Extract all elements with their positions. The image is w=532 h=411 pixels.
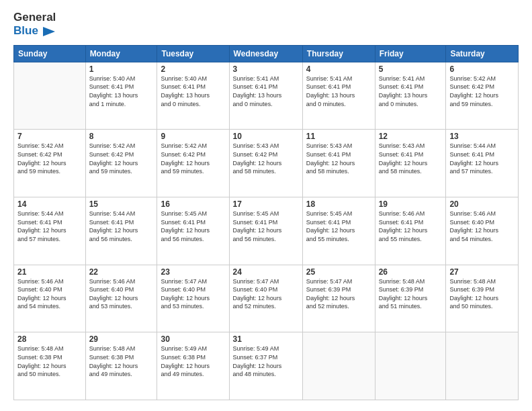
- logo: General Blue: [13, 11, 56, 38]
- calendar-cell: 10Sunrise: 5:43 AMSunset: 6:42 PMDayligh…: [229, 130, 302, 197]
- day-info: Sunrise: 5:48 AMSunset: 6:38 PMDaylight:…: [89, 345, 154, 378]
- calendar-cell: 11Sunrise: 5:43 AMSunset: 6:41 PMDayligh…: [302, 130, 375, 197]
- calendar-cell: 19Sunrise: 5:46 AMSunset: 6:41 PMDayligh…: [375, 197, 446, 265]
- day-number: 15: [89, 199, 154, 209]
- day-number: 6: [449, 64, 515, 74]
- day-number: 30: [161, 334, 225, 344]
- day-info: Sunrise: 5:42 AMSunset: 6:42 PMDaylight:…: [17, 142, 82, 175]
- calendar-cell: 8Sunrise: 5:42 AMSunset: 6:42 PMDaylight…: [85, 130, 157, 197]
- calendar-cell: 16Sunrise: 5:45 AMSunset: 6:41 PMDayligh…: [157, 197, 229, 265]
- day-info: Sunrise: 5:46 AMSunset: 6:40 PMDaylight:…: [89, 277, 154, 311]
- day-number: 23: [161, 267, 225, 277]
- week-row-4: 21Sunrise: 5:46 AMSunset: 6:40 PMDayligh…: [14, 265, 519, 332]
- calendar-cell: [14, 62, 86, 130]
- calendar-cell: 15Sunrise: 5:44 AMSunset: 6:41 PMDayligh…: [85, 197, 157, 265]
- day-info: Sunrise: 5:43 AMSunset: 6:42 PMDaylight:…: [233, 142, 299, 175]
- day-info: Sunrise: 5:45 AMSunset: 6:41 PMDaylight:…: [306, 210, 371, 243]
- day-number: 20: [449, 199, 515, 209]
- day-number: 13: [449, 132, 515, 141]
- weekday-sunday: Sunday: [14, 45, 86, 62]
- day-info: Sunrise: 5:41 AMSunset: 6:41 PMDaylight:…: [233, 75, 299, 108]
- logo-general: General: [13, 11, 56, 24]
- day-info: Sunrise: 5:40 AMSunset: 6:41 PMDaylight:…: [89, 75, 154, 108]
- calendar-table: SundayMondayTuesdayWednesdayThursdayFrid…: [13, 45, 519, 400]
- day-info: Sunrise: 5:41 AMSunset: 6:41 PMDaylight:…: [379, 75, 443, 108]
- day-info: Sunrise: 5:46 AMSunset: 6:40 PMDaylight:…: [449, 210, 515, 243]
- weekday-monday: Monday: [85, 45, 157, 62]
- day-number: 25: [306, 267, 371, 277]
- calendar-cell: 7Sunrise: 5:42 AMSunset: 6:42 PMDaylight…: [14, 130, 86, 197]
- calendar-cell: 4Sunrise: 5:41 AMSunset: 6:41 PMDaylight…: [302, 62, 375, 130]
- day-info: Sunrise: 5:46 AMSunset: 6:41 PMDaylight:…: [379, 210, 443, 243]
- calendar-cell: [446, 332, 519, 400]
- day-number: 18: [306, 199, 371, 209]
- day-info: Sunrise: 5:42 AMSunset: 6:42 PMDaylight:…: [449, 75, 515, 108]
- day-number: 14: [17, 199, 82, 209]
- day-number: 22: [89, 267, 154, 277]
- calendar-cell: 23Sunrise: 5:47 AMSunset: 6:40 PMDayligh…: [157, 265, 229, 332]
- day-info: Sunrise: 5:40 AMSunset: 6:41 PMDaylight:…: [161, 75, 225, 108]
- day-info: Sunrise: 5:43 AMSunset: 6:41 PMDaylight:…: [379, 142, 443, 175]
- calendar-cell: 24Sunrise: 5:47 AMSunset: 6:40 PMDayligh…: [229, 265, 302, 332]
- calendar-cell: 25Sunrise: 5:47 AMSunset: 6:39 PMDayligh…: [302, 265, 375, 332]
- day-info: Sunrise: 5:41 AMSunset: 6:41 PMDaylight:…: [306, 75, 371, 108]
- calendar-cell: 1Sunrise: 5:40 AMSunset: 6:41 PMDaylight…: [85, 62, 157, 130]
- day-info: Sunrise: 5:44 AMSunset: 6:41 PMDaylight:…: [89, 210, 154, 243]
- calendar-cell: 21Sunrise: 5:46 AMSunset: 6:40 PMDayligh…: [14, 265, 86, 332]
- svg-marker-0: [43, 27, 55, 36]
- day-number: 29: [89, 334, 154, 344]
- day-number: 16: [161, 199, 225, 209]
- day-number: 1: [89, 64, 154, 74]
- weekday-thursday: Thursday: [302, 45, 375, 62]
- day-info: Sunrise: 5:47 AMSunset: 6:39 PMDaylight:…: [306, 277, 371, 311]
- weekday-header-row: SundayMondayTuesdayWednesdayThursdayFrid…: [14, 45, 519, 62]
- calendar-cell: 22Sunrise: 5:46 AMSunset: 6:40 PMDayligh…: [85, 265, 157, 332]
- day-info: Sunrise: 5:42 AMSunset: 6:42 PMDaylight:…: [161, 142, 225, 175]
- calendar-cell: [302, 332, 375, 400]
- day-number: 19: [379, 199, 443, 209]
- calendar-cell: 3Sunrise: 5:41 AMSunset: 6:41 PMDaylight…: [229, 62, 302, 130]
- calendar-cell: 13Sunrise: 5:44 AMSunset: 6:41 PMDayligh…: [446, 130, 519, 197]
- calendar-cell: 12Sunrise: 5:43 AMSunset: 6:41 PMDayligh…: [375, 130, 446, 197]
- calendar-cell: 2Sunrise: 5:40 AMSunset: 6:41 PMDaylight…: [157, 62, 229, 130]
- day-number: 10: [233, 132, 299, 141]
- day-number: 11: [306, 132, 371, 141]
- calendar-cell: 6Sunrise: 5:42 AMSunset: 6:42 PMDaylight…: [446, 62, 519, 130]
- calendar-cell: 14Sunrise: 5:44 AMSunset: 6:41 PMDayligh…: [14, 197, 86, 265]
- day-number: 9: [161, 132, 225, 141]
- day-number: 7: [17, 132, 82, 141]
- week-row-1: 1Sunrise: 5:40 AMSunset: 6:41 PMDaylight…: [14, 62, 519, 130]
- day-number: 12: [379, 132, 443, 141]
- day-info: Sunrise: 5:43 AMSunset: 6:41 PMDaylight:…: [306, 142, 371, 175]
- calendar-cell: 26Sunrise: 5:48 AMSunset: 6:39 PMDayligh…: [375, 265, 446, 332]
- day-number: 28: [17, 334, 82, 344]
- day-info: Sunrise: 5:48 AMSunset: 6:39 PMDaylight:…: [379, 277, 443, 311]
- day-number: 27: [449, 267, 515, 277]
- calendar-cell: 30Sunrise: 5:49 AMSunset: 6:38 PMDayligh…: [157, 332, 229, 400]
- day-info: Sunrise: 5:44 AMSunset: 6:41 PMDaylight:…: [449, 142, 515, 175]
- logo-blue: Blue: [13, 24, 56, 38]
- calendar-cell: [375, 332, 446, 400]
- week-row-5: 28Sunrise: 5:48 AMSunset: 6:38 PMDayligh…: [14, 332, 519, 400]
- logo-arrow-icon: [43, 27, 55, 36]
- day-info: Sunrise: 5:45 AMSunset: 6:41 PMDaylight:…: [161, 210, 225, 243]
- day-info: Sunrise: 5:49 AMSunset: 6:37 PMDaylight:…: [233, 345, 299, 378]
- page-header: General Blue: [13, 11, 519, 38]
- day-number: 8: [89, 132, 154, 141]
- day-info: Sunrise: 5:47 AMSunset: 6:40 PMDaylight:…: [161, 277, 225, 311]
- weekday-wednesday: Wednesday: [229, 45, 302, 62]
- calendar-cell: 31Sunrise: 5:49 AMSunset: 6:37 PMDayligh…: [229, 332, 302, 400]
- week-row-2: 7Sunrise: 5:42 AMSunset: 6:42 PMDaylight…: [14, 130, 519, 197]
- calendar-cell: 29Sunrise: 5:48 AMSunset: 6:38 PMDayligh…: [85, 332, 157, 400]
- day-number: 17: [233, 199, 299, 209]
- calendar-cell: 17Sunrise: 5:45 AMSunset: 6:41 PMDayligh…: [229, 197, 302, 265]
- day-info: Sunrise: 5:42 AMSunset: 6:42 PMDaylight:…: [89, 142, 154, 175]
- day-info: Sunrise: 5:47 AMSunset: 6:40 PMDaylight:…: [233, 277, 299, 311]
- day-info: Sunrise: 5:45 AMSunset: 6:41 PMDaylight:…: [233, 210, 299, 243]
- day-info: Sunrise: 5:46 AMSunset: 6:40 PMDaylight:…: [17, 277, 82, 311]
- day-info: Sunrise: 5:44 AMSunset: 6:41 PMDaylight:…: [17, 210, 82, 243]
- calendar-cell: 20Sunrise: 5:46 AMSunset: 6:40 PMDayligh…: [446, 197, 519, 265]
- calendar-cell: 18Sunrise: 5:45 AMSunset: 6:41 PMDayligh…: [302, 197, 375, 265]
- calendar-cell: 9Sunrise: 5:42 AMSunset: 6:42 PMDaylight…: [157, 130, 229, 197]
- day-number: 21: [17, 267, 82, 277]
